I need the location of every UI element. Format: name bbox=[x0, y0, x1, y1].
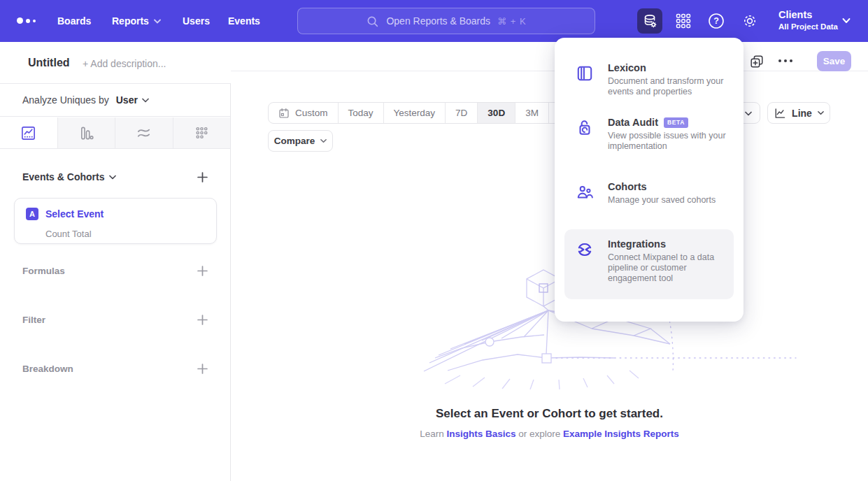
menu-item-text: Data Audit BETA View possible issues wit… bbox=[608, 117, 735, 152]
data-management-menu: Lexicon Document and transform your even… bbox=[555, 38, 744, 322]
nav-reports[interactable]: Reports bbox=[112, 0, 161, 42]
cohorts-title: Cohorts bbox=[608, 181, 647, 192]
search-placeholder: Open Reports & Boards bbox=[386, 15, 490, 27]
apps-grid-button[interactable] bbox=[671, 8, 696, 34]
select-event-label[interactable]: Select Event bbox=[45, 208, 104, 220]
menu-item-integrations[interactable]: Integrations Connect Mixpanel to a data … bbox=[564, 229, 734, 299]
lexicon-title: Lexicon bbox=[608, 62, 646, 73]
chevron-down-icon bbox=[320, 138, 327, 143]
filter-label: Filter bbox=[22, 315, 45, 325]
range-yesterday[interactable]: Yesterday bbox=[384, 103, 446, 123]
integrations-icon bbox=[576, 240, 594, 259]
empty-state-prefix: Learn bbox=[420, 429, 444, 439]
flow-icon bbox=[136, 125, 152, 141]
analyze-label: Analyze Uniques by bbox=[22, 94, 109, 106]
nav-users[interactable]: Users bbox=[183, 0, 210, 42]
more-options-button[interactable] bbox=[778, 59, 792, 62]
grid-icon bbox=[675, 13, 692, 29]
search-shortcut: ⌘ + K bbox=[497, 16, 527, 27]
menu-item-data-audit[interactable]: Data Audit BETA View possible issues wit… bbox=[564, 108, 734, 172]
range-7d[interactable]: 7D bbox=[446, 103, 478, 123]
nav-boards[interactable]: Boards bbox=[57, 0, 91, 42]
data-audit-icon bbox=[576, 119, 594, 137]
tab-flow-chart[interactable] bbox=[115, 117, 173, 148]
plus-icon bbox=[197, 315, 208, 325]
integrations-title: Integrations bbox=[608, 238, 666, 250]
grid-dots-icon bbox=[194, 125, 210, 141]
help-button[interactable]: ? bbox=[704, 8, 729, 34]
nav-reports-label: Reports bbox=[112, 0, 149, 42]
cohorts-description: Manage your saved cohorts bbox=[608, 195, 735, 206]
compare-label: Compare bbox=[274, 136, 315, 146]
chart-style-dropdown[interactable]: Line bbox=[767, 102, 830, 124]
beta-badge: BETA bbox=[664, 117, 688, 128]
help-icon: ? bbox=[708, 13, 725, 29]
menu-item-text: Cohorts Manage your saved cohorts bbox=[608, 181, 735, 206]
tab-insights-line[interactable] bbox=[0, 117, 57, 148]
add-breakdown-button[interactable] bbox=[196, 362, 208, 375]
menu-item-lexicon[interactable]: Lexicon Document and transform your even… bbox=[564, 53, 734, 108]
filter-row: Filter bbox=[22, 313, 208, 326]
svg-text:?: ? bbox=[713, 16, 719, 26]
save-button[interactable]: Save bbox=[817, 51, 851, 71]
report-description-placeholder[interactable]: + Add description... bbox=[83, 58, 166, 69]
chevron-down-icon bbox=[142, 98, 149, 103]
range-custom[interactable]: Custom bbox=[269, 103, 339, 123]
range-3m[interactable]: 3M bbox=[515, 103, 549, 123]
empty-state-title: Select an Event or Cohort to get started… bbox=[231, 407, 868, 421]
breakdown-row: Breakdown bbox=[22, 362, 208, 375]
chart-style-label: Line bbox=[792, 108, 812, 119]
mixpanel-logo[interactable] bbox=[17, 17, 36, 24]
insights-basics-link[interactable]: Insights Basics bbox=[446, 429, 515, 439]
search-input[interactable]: Open Reports & Boards ⌘ + K bbox=[297, 8, 595, 34]
menu-item-text: Lexicon Document and transform your even… bbox=[608, 62, 735, 97]
project-selector[interactable]: Clients All Project Data bbox=[778, 9, 838, 31]
plus-icon bbox=[197, 364, 208, 374]
example-reports-link[interactable]: Example Insights Reports bbox=[563, 429, 679, 439]
formulas-label: Formulas bbox=[22, 266, 65, 276]
tab-metric-grid[interactable] bbox=[173, 117, 231, 148]
database-gear-icon bbox=[642, 13, 658, 29]
event-aggregation-label[interactable]: Count Total bbox=[45, 229, 92, 239]
events-cohorts-label[interactable]: Events & Cohorts bbox=[22, 171, 116, 182]
range-today[interactable]: Today bbox=[339, 103, 384, 123]
nav-events[interactable]: Events bbox=[228, 0, 260, 42]
cohorts-icon bbox=[576, 183, 594, 201]
header-divider bbox=[231, 71, 868, 71]
menu-item-text: Integrations Connect Mixpanel to a data … bbox=[608, 238, 735, 284]
range-custom-label: Custom bbox=[295, 108, 328, 118]
settings-button[interactable] bbox=[737, 8, 762, 34]
duplicate-icon[interactable] bbox=[749, 54, 764, 69]
compare-dropdown[interactable]: Compare bbox=[268, 130, 333, 152]
calendar-icon bbox=[278, 108, 290, 119]
breakdown-label: Breakdown bbox=[22, 364, 73, 374]
chevron-down-icon bbox=[154, 19, 161, 24]
project-chevron-icon[interactable] bbox=[842, 17, 851, 24]
plus-icon bbox=[197, 266, 208, 276]
date-range-control: Custom Today Yesterday 7D 30D 3M 6M bbox=[268, 102, 583, 124]
lexicon-icon bbox=[576, 64, 594, 82]
event-card[interactable]: A Select Event Count Total bbox=[14, 198, 217, 244]
empty-state-links: Learn Insights Basics or explore Example… bbox=[231, 429, 868, 439]
search-icon bbox=[366, 15, 379, 28]
analyze-by-dropdown[interactable]: User bbox=[116, 94, 149, 106]
report-title[interactable]: Untitled bbox=[28, 57, 70, 69]
tab-bar-chart[interactable] bbox=[57, 117, 115, 148]
line-style-icon bbox=[774, 107, 786, 120]
lexicon-description: Document and transform your events and p… bbox=[608, 76, 735, 97]
top-nav: Boards Reports Users Events Open Reports… bbox=[0, 0, 868, 42]
plus-icon bbox=[197, 172, 208, 182]
add-filter-button[interactable] bbox=[196, 313, 208, 326]
add-formula-button[interactable] bbox=[196, 264, 208, 277]
add-event-button[interactable] bbox=[196, 171, 208, 183]
range-30d[interactable]: 30D bbox=[478, 103, 515, 123]
project-name: Clients bbox=[778, 9, 838, 20]
events-cohorts-header: Events & Cohorts bbox=[22, 171, 208, 183]
chart-type-tabs bbox=[0, 117, 230, 149]
analyze-row: Analyze Uniques by User bbox=[0, 84, 230, 117]
data-management-button[interactable] bbox=[637, 8, 662, 34]
events-cohorts-text: Events & Cohorts bbox=[22, 171, 104, 182]
chevron-down-icon bbox=[109, 175, 116, 180]
menu-item-cohorts[interactable]: Cohorts Manage your saved cohorts bbox=[564, 172, 734, 229]
bar-chart-icon bbox=[78, 125, 94, 141]
